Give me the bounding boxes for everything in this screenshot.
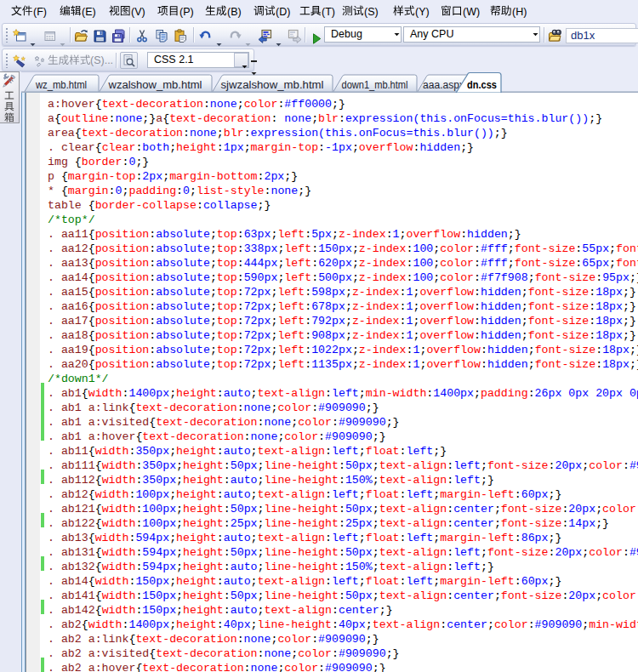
- svg-text:wz_mb.html: wz_mb.html: [35, 79, 87, 91]
- svg-text:sjwzalshow_mb.html: sjwzalshow_mb.html: [221, 79, 324, 91]
- svg-text:dn.css: dn.css: [467, 79, 497, 91]
- svg-text:down1_mb.html: down1_mb.html: [342, 79, 408, 91]
- svg-text:wzalshow_mb.html: wzalshow_mb.html: [107, 79, 202, 91]
